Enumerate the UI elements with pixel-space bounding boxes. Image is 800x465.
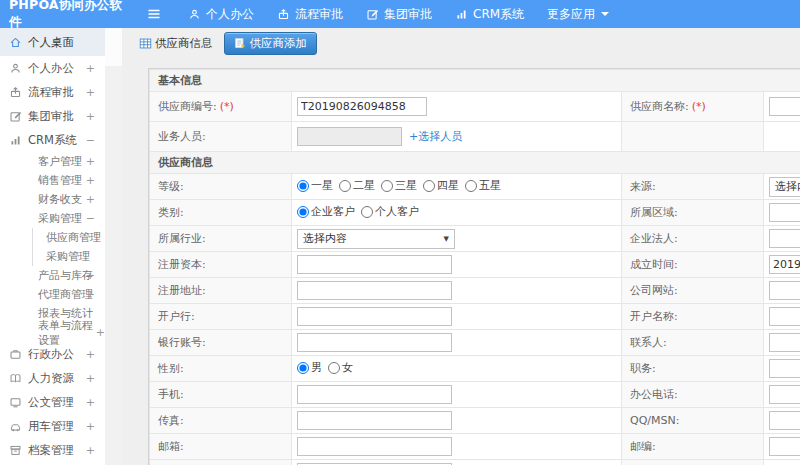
field <box>769 336 800 349</box>
industry-select[interactable]: 选择内容▼ <box>297 229 455 249</box>
radio-option[interactable]: 男 <box>297 360 322 375</box>
fax-input[interactable] <box>297 411 452 430</box>
form-row: 银行账号:联系人: <box>150 330 800 356</box>
sidebar-item[interactable]: 销售管理+ <box>0 171 105 190</box>
radio-option[interactable]: 四星 <box>423 178 459 193</box>
account-name-input[interactable] <box>769 307 800 326</box>
radio-option[interactable]: 三星 <box>381 178 417 193</box>
menu-icon[interactable] <box>146 6 162 22</box>
radio-option[interactable]: 一星 <box>297 178 333 193</box>
sidebar-item[interactable]: 采购管理− <box>0 209 105 228</box>
sidebar-item[interactable]: 供应商管理 <box>0 228 105 247</box>
radio-option[interactable]: 女 <box>328 360 353 375</box>
expander-icon[interactable]: + <box>96 326 105 339</box>
section-title: 供应商信息 <box>150 152 800 174</box>
source-select[interactable]: 选择内容▼ <box>769 177 800 197</box>
email-input[interactable] <box>297 437 452 456</box>
office-phone-input[interactable] <box>769 385 800 404</box>
sidebar-item[interactable]: 产品与库存+ <box>0 266 105 285</box>
sidebar-item[interactable]: 代理商管理+ <box>0 285 105 304</box>
sidebar-item[interactable]: 集团审批+ <box>0 104 105 128</box>
gender-radio[interactable] <box>328 362 340 374</box>
sidebar-item[interactable]: 财务收支+ <box>0 190 105 209</box>
sidebar-item-label: 人力资源 <box>28 371 74 386</box>
expander-icon[interactable]: + <box>86 269 95 282</box>
radio-option[interactable]: 个人客户 <box>361 204 419 219</box>
postcode-input[interactable] <box>769 437 800 456</box>
title-input[interactable] <box>769 359 800 378</box>
expander-icon[interactable]: + <box>86 174 95 187</box>
mobile-input[interactable] <box>297 385 452 404</box>
region-input[interactable] <box>769 203 800 222</box>
grade-radio[interactable] <box>297 180 309 192</box>
qq-msn-input[interactable] <box>769 411 800 430</box>
expander-icon[interactable]: + <box>86 86 95 99</box>
bank-account-input[interactable] <box>297 333 452 352</box>
sidebar-item[interactable]: 个人办公+ <box>0 56 105 80</box>
sidebar-item[interactable]: 用车管理+ <box>0 414 105 438</box>
sidebar-item[interactable]: 行政办公+ <box>0 342 105 366</box>
sidebar-item[interactable]: 采购管理 <box>0 247 105 266</box>
radio-label: 四星 <box>437 178 459 193</box>
sidebar-item[interactable]: 客户管理+ <box>0 152 105 171</box>
contact-input[interactable] <box>769 333 800 352</box>
radio-option[interactable]: 二星 <box>339 178 375 193</box>
tab-supplier-add[interactable]: 供应商添加 <box>224 32 318 55</box>
sidebar-item[interactable]: 表单与流程设置+ <box>0 323 105 342</box>
topbar-nav-item[interactable]: 流程审批 <box>277 6 343 23</box>
expander-icon[interactable]: + <box>86 348 95 361</box>
registered-capital-input[interactable] <box>297 255 452 274</box>
topbar-nav-item[interactable]: 个人办公 <box>188 6 254 23</box>
gender-radio[interactable] <box>297 362 309 374</box>
sidebar-item[interactable]: 流程审批+ <box>0 80 105 104</box>
grade-radio[interactable] <box>465 180 477 192</box>
founded-date-input[interactable] <box>769 255 800 274</box>
expander-icon[interactable]: − <box>86 134 95 147</box>
sidebar-item[interactable]: CRM系统− <box>0 128 105 152</box>
expander-icon[interactable]: + <box>86 444 95 457</box>
app-logo: PHPOA协同办公软件 <box>0 0 128 31</box>
field-value-cell <box>764 252 800 278</box>
registered-address-input[interactable] <box>297 281 452 300</box>
select-person-link[interactable]: +选择人员 <box>409 130 462 143</box>
expander-icon[interactable]: + <box>86 62 95 75</box>
supplier-name-input[interactable] <box>769 97 800 116</box>
expander-icon[interactable]: + <box>86 420 95 433</box>
expander-icon[interactable]: + <box>86 155 95 168</box>
radio-option[interactable]: 五星 <box>465 178 501 193</box>
grade-radio[interactable] <box>423 180 435 192</box>
field-label-cell: 供应商名称:(*) <box>622 92 764 122</box>
grade-radio[interactable] <box>381 180 393 192</box>
topbar-nav-item[interactable]: 集团审批 <box>366 6 432 23</box>
supplier-form-table: 基本信息供应商编号:(*)供应商名称:(*)业务人员:+选择人员供应商信息等级:… <box>149 69 800 465</box>
sidebar-item[interactable]: 档案管理+ <box>0 438 105 462</box>
sidebar-item[interactable]: 人力资源+ <box>0 366 105 390</box>
radio-label: 五星 <box>479 178 501 193</box>
field-label: 办公电话: <box>630 388 678 401</box>
bank-branch-input[interactable] <box>297 307 452 326</box>
expander-icon[interactable]: + <box>86 396 95 409</box>
expander-icon[interactable]: + <box>86 372 95 385</box>
supplier-code-input[interactable] <box>297 97 427 116</box>
sidebar-item[interactable]: 公文管理+ <box>0 390 105 414</box>
legal-person-input[interactable] <box>769 229 800 248</box>
topbar-nav-item[interactable]: CRM系统 <box>455 6 524 23</box>
field-label: 联系人: <box>630 336 667 349</box>
sidebar-item[interactable]: 个人桌面 <box>0 28 105 56</box>
expander-icon[interactable]: − <box>86 212 95 225</box>
radio-option[interactable]: 企业客户 <box>297 204 355 219</box>
topbar-nav-item[interactable]: 更多应用 <box>547 6 609 23</box>
expander-icon[interactable]: + <box>86 193 95 206</box>
sidebar-scrollbar[interactable] <box>105 28 122 66</box>
grade-radio[interactable] <box>339 180 351 192</box>
website-input[interactable] <box>769 281 800 300</box>
tab-supplier-info[interactable]: 供应商信息 <box>135 33 217 54</box>
sidebar-item-label: 流程审批 <box>28 85 74 100</box>
supplier-form-panel: 基本信息供应商编号:(*)供应商名称:(*)业务人员:+选择人员供应商信息等级:… <box>148 68 800 465</box>
field-value-cell <box>764 122 800 152</box>
expander-icon[interactable]: + <box>86 110 95 123</box>
category-radio[interactable] <box>297 206 309 218</box>
category-radio[interactable] <box>361 206 373 218</box>
staff-input[interactable] <box>297 127 402 146</box>
expander-icon[interactable]: + <box>86 288 95 301</box>
